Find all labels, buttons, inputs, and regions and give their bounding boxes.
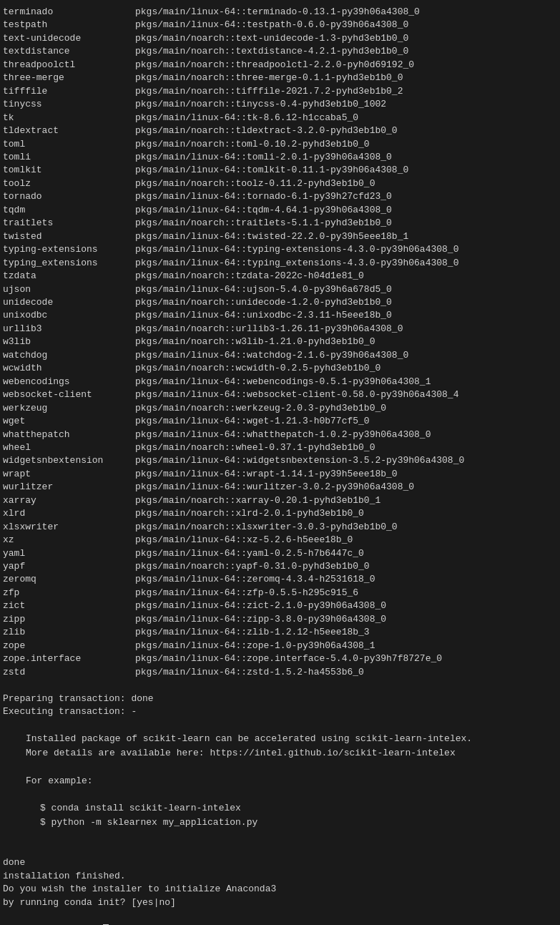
package-path: pkgs/main/linux-64::tomli-2.0.1-py39h06a…	[135, 151, 392, 164]
package-path: pkgs/main/linux-64::tk-8.6.12-h1ccaba5_0	[135, 112, 358, 124]
package-row: websocket-clientpkgs/main/linux-64::webs…	[3, 388, 557, 401]
package-path: pkgs/main/noarch::unidecode-1.2.0-pyhd3e…	[135, 296, 392, 309]
package-path: pkgs/main/noarch::xarray-0.20.1-pyhd3eb1…	[135, 494, 380, 507]
command-2: $ python -m sklearnex my_application.py	[3, 816, 557, 830]
package-row: three-mergepkgs/main/noarch::three-merge…	[3, 72, 557, 84]
package-row: tomlipkgs/main/linux-64::tomli-2.0.1-py3…	[3, 151, 557, 164]
package-name: wcwidth	[3, 362, 135, 375]
package-path: pkgs/main/linux-64::zope-1.0-py39h06a430…	[135, 640, 375, 652]
package-row: zictpkgs/main/linux-64::zict-2.1.0-py39h…	[3, 599, 557, 612]
package-name: tldextract	[3, 124, 135, 137]
package-path: pkgs/main/noarch::w3lib-1.21.0-pyhd3eb1b…	[135, 336, 375, 348]
package-name: tornado	[3, 190, 135, 203]
package-name: xz	[3, 534, 135, 547]
package-path: pkgs/main/noarch::textdistance-4.2.1-pyh…	[135, 45, 408, 58]
package-name: textdistance	[3, 45, 135, 58]
package-path: pkgs/main/noarch::threadpoolctl-2.2.0-py…	[135, 59, 414, 72]
package-path: pkgs/main/linux-64::tqdm-4.64.1-py39h06a…	[135, 204, 392, 217]
package-row: xzpkgs/main/linux-64::xz-5.2.6-h5eee18b_…	[3, 534, 557, 547]
terminal-content: terminadopkgs/main/linux-64::terminado-0…	[0, 6, 560, 925]
package-path: pkgs/main/linux-64::wurlitzer-3.0.2-py39…	[135, 481, 414, 494]
package-row: tzdatapkgs/main/noarch::tzdata-2022c-h04…	[3, 270, 557, 283]
prompt-line[interactable]: [no] >>> yes	[3, 909, 557, 925]
package-row: xarraypkgs/main/noarch::xarray-0.20.1-py…	[3, 494, 557, 507]
package-path: pkgs/main/linux-64::terminado-0.13.1-py3…	[135, 6, 420, 19]
package-path: pkgs/main/linux-64::watchdog-2.1.6-py39h…	[135, 349, 408, 362]
package-path: pkgs/main/noarch::tinycss-0.4-pyhd3eb1b0…	[135, 98, 386, 111]
package-row: zeromqpkgs/main/linux-64::zeromq-4.3.4-h…	[3, 573, 557, 586]
package-path: pkgs/main/linux-64::whatthepatch-1.0.2-p…	[135, 429, 431, 441]
package-row: toolzpkgs/main/noarch::toolz-0.11.2-pyhd…	[3, 177, 557, 190]
package-path: pkgs/main/noarch::werkzeug-2.0.3-pyhd3eb…	[135, 402, 386, 415]
package-name: whatthepatch	[3, 429, 135, 441]
package-path: pkgs/main/linux-64::wget-1.21.3-h0b77cf5…	[135, 415, 370, 428]
blank-line-4	[3, 788, 557, 801]
package-name: typing-extensions	[3, 243, 135, 256]
info-line-2: More details are available here: https:/…	[3, 746, 557, 760]
package-row: tornadopkgs/main/linux-64::tornado-6.1-p…	[3, 190, 557, 203]
blank-line-1	[3, 679, 557, 692]
package-path: pkgs/main/noarch::tldextract-3.2.0-pyhd3…	[135, 124, 398, 137]
package-name: w3lib	[3, 336, 135, 348]
package-row: tkpkgs/main/linux-64::tk-8.6.12-h1ccaba5…	[3, 112, 557, 124]
package-path: pkgs/main/linux-64::webencodings-0.5.1-p…	[135, 376, 431, 388]
package-path: pkgs/main/noarch::wcwidth-0.2.5-pyhd3eb1…	[135, 362, 380, 375]
blank-line-3	[3, 760, 557, 773]
package-path: pkgs/main/linux-64::testpath-0.6.0-py39h…	[135, 19, 408, 31]
blank-line-2	[3, 718, 557, 731]
package-path: pkgs/main/linux-64::zlib-1.2.12-h5eee18b…	[135, 626, 370, 639]
package-name: websocket-client	[3, 388, 135, 401]
package-name: zipp	[3, 613, 135, 626]
package-row: terminadopkgs/main/linux-64::terminado-0…	[3, 6, 557, 19]
package-path: pkgs/main/noarch::wheel-0.37.1-pyhd3eb1b…	[135, 441, 375, 454]
package-path: pkgs/main/linux-64::typing-extensions-4.…	[135, 243, 458, 256]
terminal-window: terminadopkgs/main/linux-64::terminado-0…	[0, 0, 560, 925]
package-path: pkgs/main/linux-64::tomlkit-0.11.1-py39h…	[135, 164, 408, 177]
package-row: textdistancepkgs/main/noarch::textdistan…	[3, 45, 557, 58]
package-path: pkgs/main/linux-64::yaml-0.2.5-h7b6447c_…	[135, 547, 364, 560]
package-path: pkgs/main/noarch::three-merge-0.1.1-pyhd…	[135, 72, 403, 84]
package-row: wheelpkgs/main/noarch::wheel-0.37.1-pyhd…	[3, 441, 557, 454]
question-line-1: Do you wish the installer to initialize …	[3, 883, 557, 896]
package-row: typing-extensionspkgs/main/linux-64::typ…	[3, 243, 557, 256]
package-row: tomlpkgs/main/noarch::toml-0.10.2-pyhd3e…	[3, 138, 557, 151]
package-path: pkgs/main/linux-64::websocket-client-0.5…	[135, 388, 458, 401]
package-name: wrapt	[3, 468, 135, 481]
info-line-4: For example:	[3, 774, 557, 788]
package-name: tomlkit	[3, 164, 135, 177]
package-row: traitletspkgs/main/noarch::traitlets-5.1…	[3, 217, 557, 230]
package-row: unixodbcpkgs/main/linux-64::unixodbc-2.3…	[3, 309, 557, 322]
package-row: text-unidecodepkgs/main/noarch::text-uni…	[3, 32, 557, 45]
package-row: zopepkgs/main/linux-64::zope-1.0-py39h06…	[3, 640, 557, 652]
package-row: twistedpkgs/main/linux-64::twisted-22.2.…	[3, 230, 557, 243]
preparing-transaction: Preparing transaction: done	[3, 692, 557, 705]
package-name: xlsxwriter	[3, 521, 135, 534]
installation-finished: installation finished.	[3, 870, 557, 883]
package-path: pkgs/main/noarch::xlrd-2.0.1-pyhd3eb1b0_…	[135, 507, 364, 520]
package-name: unidecode	[3, 296, 135, 309]
package-path: pkgs/main/linux-64::typing_extensions-4.…	[135, 257, 458, 270]
package-list: terminadopkgs/main/linux-64::terminado-0…	[3, 6, 557, 679]
package-name: wget	[3, 415, 135, 428]
package-name: urllib3	[3, 323, 135, 336]
package-name: tomli	[3, 151, 135, 164]
package-row: tifffilepkgs/main/noarch::tifffile-2021.…	[3, 85, 557, 98]
package-row: wraptpkgs/main/linux-64::wrapt-1.14.1-py…	[3, 468, 557, 481]
package-name: toolz	[3, 177, 135, 190]
question-line-2: by running conda init? [yes|no]	[3, 896, 557, 909]
package-name: webencodings	[3, 376, 135, 388]
package-row: watchdogpkgs/main/linux-64::watchdog-2.1…	[3, 349, 557, 362]
package-row: tqdmpkgs/main/linux-64::tqdm-4.64.1-py39…	[3, 204, 557, 217]
package-name: yapf	[3, 560, 135, 573]
package-name: zeromq	[3, 573, 135, 586]
package-path: pkgs/main/linux-64::zope.interface-5.4.0…	[135, 652, 442, 665]
package-name: tk	[3, 112, 135, 124]
package-name: three-merge	[3, 72, 135, 84]
package-path: pkgs/main/noarch::traitlets-5.1.1-pyhd3e…	[135, 217, 392, 230]
package-path: pkgs/main/linux-64::zipp-3.8.0-py39h06a4…	[135, 613, 386, 626]
package-row: zipppkgs/main/linux-64::zipp-3.8.0-py39h…	[3, 613, 557, 626]
package-row: unidecodepkgs/main/noarch::unidecode-1.2…	[3, 296, 557, 309]
package-row: w3libpkgs/main/noarch::w3lib-1.21.0-pyhd…	[3, 336, 557, 348]
package-path: pkgs/main/noarch::urllib3-1.26.11-py39h0…	[135, 323, 403, 336]
executing-transaction: Executing transaction: -	[3, 705, 557, 718]
